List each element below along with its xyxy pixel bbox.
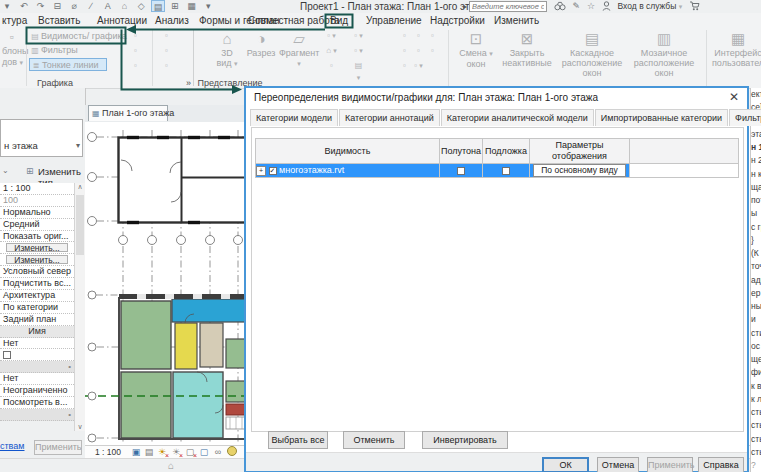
display-settings-button[interactable]: По основному виду [533,164,626,177]
sheet-icon-6[interactable]: ▫ [426,45,439,57]
sun-path-icon[interactable]: ☀× [156,446,168,458]
3d-view-button[interactable]: ⌂ 3D вид ▾ [212,30,242,69]
prop-edit-button-2[interactable]: Изменить... [0,254,74,266]
print-icon[interactable]: ⊟ [50,0,64,12]
measure-icon[interactable]: ⌀ [67,0,81,12]
sheet-icon-1[interactable]: ▫ [398,30,411,42]
search-collapse-icon[interactable]: ▸ [463,2,467,11]
tab-manage[interactable]: Управление [366,15,422,26]
redo-icon[interactable]: ↷ [34,0,48,12]
prop-group-divider-1[interactable]: • [0,361,74,373]
show-crop-icon[interactable]: ▢ [198,446,210,458]
tab-insert[interactable]: Вставить [38,15,80,26]
presentation-small-icon-1[interactable]: ▫ [160,30,173,42]
prop-checkbox-row[interactable] [0,349,74,361]
prop-value-depth[interactable]: Неограниченно [0,385,74,397]
elevation-icon[interactable]: ⌂ ▾ [325,45,338,57]
underlay-cell[interactable] [483,164,530,178]
shadows-icon[interactable]: ☀× [170,446,182,458]
crop-view-icon[interactable]: ▢× [184,446,196,458]
sheet-icon-4[interactable]: ▫ [398,45,411,57]
scale-control[interactable]: 1 : 100 [95,447,121,457]
graphics-extra-icon-3[interactable]: ▫ [129,60,142,72]
tab-collaborate[interactable]: Совместная работа [248,15,340,26]
display-settings-cell[interactable]: По основному виду [530,164,630,178]
sheet-icon-8[interactable]: ▫ ▾ [412,60,425,72]
type-selector[interactable]: н этажа ▾ [0,119,83,157]
filters-button[interactable]: ▥Фильтры [29,44,125,57]
close-inactive-icon[interactable]: ⊞ [168,0,182,12]
prop-group-divider-2[interactable]: • [0,409,74,421]
cancel-button[interactable]: Отмена [597,457,639,472]
switch-windows-button[interactable]: ⊡ Смена ▾ окон [455,30,497,69]
pin-icon-2[interactable]: • [68,409,71,421]
exchange-apps-icon[interactable] [689,1,700,11]
thin-lines-button[interactable]: ≣Тонкие линии [29,58,107,71]
tab-addins[interactable]: Надстройки [430,15,485,26]
invert-selection-button[interactable]: Инвертировать выбор [422,431,508,449]
project-browser-strip[interactable]: ект се] нес эта н 1 н 2 н к ща пот ы с г… [750,88,761,472]
scroll-thumb[interactable] [76,195,84,255]
user-interface-button[interactable]: ▦ Интерфейс пользовател [712,30,761,68]
expand-plus-icon[interactable]: + [256,166,266,176]
dialog-tab-analytical-categories[interactable]: Категории аналитической модели [441,109,594,126]
thin-lines-icon[interactable]: ▤ [151,0,165,12]
ok-button[interactable]: ОК [542,457,589,472]
sheet-icon-2[interactable]: ▫ [412,30,425,42]
tab-annotate[interactable]: Аннотации [97,15,147,26]
customize-menu-icon[interactable]: ▾ [0,0,14,12]
callout-button[interactable]: ▱ Фрагмент ▾ [279,30,319,69]
overflow-chevron[interactable]: » [186,78,191,88]
view-tab[interactable]: ▦ План 1-ого этажа ✕ [88,105,168,121]
duplicate-view-icon[interactable]: ▫ ▾ [352,30,365,42]
select-all-button[interactable]: Выбрать все [268,431,328,449]
prop-edit-button-1[interactable]: Изменить... [0,242,74,254]
detail-level-icon[interactable]: ▣ [130,446,142,458]
prop-value-wall-join[interactable]: Подчистить вс... [0,278,74,290]
communication-center-icon[interactable]: ✎ [573,1,581,11]
tab-modify[interactable]: Изменить [494,15,539,26]
schedules-icon[interactable]: ▤ ▾ [352,60,365,72]
tab-architecture-cut[interactable]: ктура [2,15,27,26]
sheet-icon-3[interactable]: ▫ [426,30,439,42]
graphics-extra-icon-2[interactable]: ▫ [129,45,142,57]
sheet-icon-7[interactable]: ▫ [398,60,411,72]
search-input[interactable] [469,1,547,12]
prop-value-underlay[interactable]: Задний план [0,314,74,326]
prop-value-orientation[interactable]: Условный север [0,266,74,278]
visibility-graphics-button[interactable]: ▤Видимость/ графика [29,30,125,43]
dialog-tab-imported-categories[interactable]: Импортированные категории [595,109,728,126]
palette-scrollbar[interactable]: ∧∨ [74,183,85,431]
qat-more-icon[interactable]: ▾ [201,0,215,12]
prop-value-none-1[interactable]: Нет [0,338,74,350]
halftone-checkbox[interactable] [457,167,465,175]
section-button[interactable]: ◑ Разрез [245,30,277,58]
dialog-close-icon[interactable]: ✕ [729,90,739,104]
sign-in-button[interactable]: Вход в службы ▾ [618,1,683,11]
user-icon[interactable] [602,1,611,11]
legends-icon[interactable]: ▫ ▾ [352,45,365,57]
close-inactive-button[interactable]: ⊠ Закрыть неактивные [499,30,555,68]
prop-value-associated[interactable]: Посмотреть в... [0,397,74,409]
switch-windows-icon[interactable]: ▦ [185,0,199,12]
underlay-checkbox[interactable] [502,167,510,175]
visibility-checkbox[interactable]: ✓ [269,167,277,175]
presentation-small-icon-2[interactable]: ▫ [160,45,173,57]
plan-views-icon[interactable]: ▫ ▾ [325,30,338,42]
undo-icon[interactable]: ↶ [17,0,31,12]
table-row[interactable]: + ✓ многоэтажка.rvt По основному виду [256,164,739,178]
select-none-button[interactable]: Отменить выбор [343,431,405,449]
section-icon[interactable]: ◇ [134,0,148,12]
sheet-icon-5[interactable]: ▫ [412,45,425,57]
dialog-tab-filters[interactable]: Фильтры [729,109,761,126]
dimension-icon[interactable]: ∕ [84,0,98,12]
graphics-extra-icon-1[interactable]: ▫ [129,30,142,42]
prop-value-parts-visibility[interactable]: Показать ориг... [0,231,74,243]
favorites-star-icon[interactable]: ☆ [587,1,595,11]
scroll-down-icon[interactable]: ∨ [75,423,85,431]
linked-file-cell[interactable]: + ✓ многоэтажка.rvt [256,164,440,178]
prop-value-color-scheme-loc[interactable]: По категории [0,302,74,314]
default-3d-view-icon[interactable]: ⌂ [117,0,131,12]
palette-apply-button[interactable]: Применить [34,440,82,455]
cascade-windows-button[interactable]: ▤ Каскадное расположение окон [556,30,628,78]
